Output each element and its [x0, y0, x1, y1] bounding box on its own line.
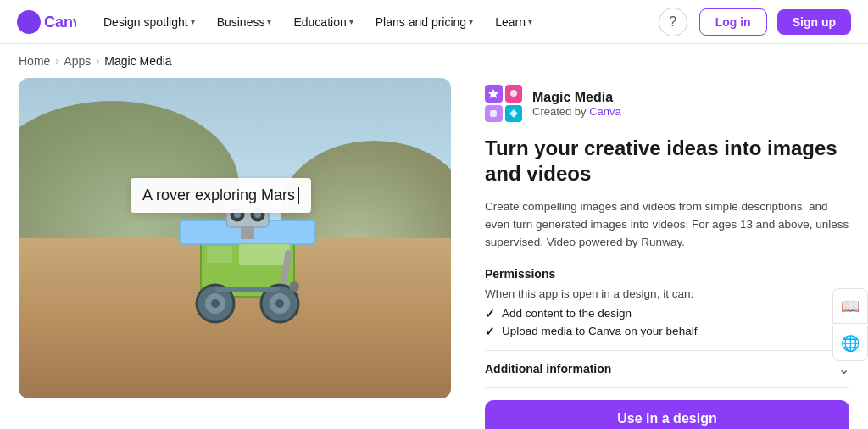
app-header: Magic Media Created by Canva	[485, 85, 849, 122]
cursor	[298, 187, 299, 204]
svg-text:Canva: Canva	[44, 14, 76, 31]
floating-icons: 📖 🌐	[832, 288, 868, 361]
app-icon-group	[485, 85, 522, 122]
check-icon: ✓	[485, 325, 495, 338]
app-creator: Created by Canva	[532, 105, 621, 118]
nav-education[interactable]: Education ▾	[285, 10, 361, 34]
app-name: Magic Media	[532, 90, 621, 105]
app-preview-image: A rover exploring Mars	[19, 78, 451, 398]
prompt-box: A rover exploring Mars	[131, 178, 311, 213]
help-button[interactable]: ?	[659, 8, 687, 36]
svg-point-13	[211, 299, 220, 308]
app-icon-purple	[485, 85, 503, 103]
app-icon-teal	[505, 105, 523, 123]
nav-business[interactable]: Business ▾	[209, 10, 281, 34]
additional-info-label: Additional information	[485, 362, 611, 376]
svg-point-16	[275, 299, 284, 308]
chevron-down-icon: ▾	[528, 17, 532, 26]
creator-link[interactable]: Canva	[589, 105, 621, 118]
breadcrumb-current: Magic Media	[104, 54, 171, 68]
main-content: A rover exploring Mars	[0, 78, 868, 429]
app-icon-light-purple	[485, 105, 503, 123]
svg-rect-21	[490, 110, 497, 117]
chevron-down-icon: ▾	[469, 17, 473, 26]
permissions-subtitle: When this app is open in a design, it ca…	[485, 287, 849, 300]
permission-item-2: ✓ Upload media to Canva on your behalf	[485, 325, 849, 338]
floating-globe-button[interactable]: 🌐	[832, 326, 868, 361]
svg-rect-9	[207, 246, 232, 263]
rover-scene: A rover exploring Mars	[19, 78, 451, 398]
floating-book-button[interactable]: 📖	[832, 288, 868, 324]
info-panel: Magic Media Created by Canva Turn your c…	[485, 78, 849, 429]
check-icon: ✓	[485, 307, 495, 320]
svg-point-20	[510, 90, 517, 97]
breadcrumb: Home › Apps › Magic Media	[0, 44, 868, 78]
login-button[interactable]: Log in	[699, 8, 767, 36]
svg-point-19	[289, 281, 299, 292]
permissions-title: Permissions	[485, 267, 849, 281]
book-icon: 📖	[841, 297, 860, 315]
use-in-design-button[interactable]: Use in a design	[485, 400, 849, 429]
chevron-down-icon: ⌄	[838, 361, 849, 377]
breadcrumb-separator: ›	[96, 55, 99, 67]
nav-plans-pricing[interactable]: Plans and pricing ▾	[367, 10, 481, 34]
svg-rect-17	[215, 287, 280, 292]
navbar: Canva Design spotlight ▾ Business ▾ Educ…	[0, 0, 868, 44]
svg-rect-10	[239, 244, 290, 265]
breadcrumb-apps[interactable]: Apps	[64, 54, 91, 68]
app-tagline: Turn your creative ideas into images and…	[485, 136, 849, 187]
globe-icon: 🌐	[841, 334, 860, 353]
prompt-text: A rover exploring Mars	[142, 187, 295, 204]
nav-learn[interactable]: Learn ▾	[487, 10, 541, 34]
chevron-down-icon: ▾	[267, 17, 271, 26]
app-icon-pink	[505, 85, 523, 103]
chevron-down-icon: ▾	[349, 17, 353, 26]
svg-rect-8	[241, 226, 254, 239]
permission-item-1: ✓ Add content to the design	[485, 307, 849, 320]
breadcrumb-home[interactable]: Home	[19, 54, 50, 68]
breadcrumb-separator: ›	[55, 55, 58, 67]
canva-logo[interactable]: Canva	[17, 10, 76, 34]
additional-info-row[interactable]: Additional information ⌄	[485, 350, 849, 388]
app-description: Create compelling images and videos from…	[485, 198, 849, 252]
app-title-block: Magic Media Created by Canva	[532, 90, 621, 118]
signup-button[interactable]: Sign up	[777, 9, 851, 35]
nav-design-spotlight[interactable]: Design spotlight ▾	[95, 10, 203, 34]
chevron-down-icon: ▾	[191, 17, 195, 26]
